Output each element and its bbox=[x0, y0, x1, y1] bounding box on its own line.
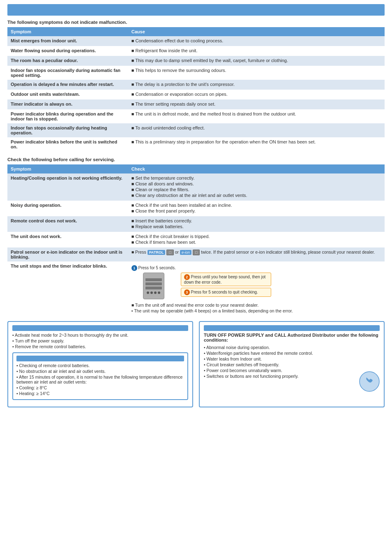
table-row: Condensation or evaporation occurs on pi… bbox=[128, 90, 385, 99]
list-item: Heating: ≥ 14°C bbox=[16, 391, 184, 396]
bottom-right-box-title bbox=[204, 325, 380, 331]
table-row: ■ Press PATROL □ or e-ion □ twice. If th… bbox=[128, 247, 385, 261]
table-row: Indoor fan stops occasionally during aut… bbox=[7, 66, 128, 80]
section2-heading: Check the following before calling for s… bbox=[7, 157, 385, 162]
bottom-left-inner-box: Checking of remote control batteries.No … bbox=[12, 352, 188, 400]
eion-btn: □ bbox=[193, 250, 200, 255]
s2-col1-header: Symptom bbox=[7, 164, 128, 173]
press-label: Press bbox=[135, 250, 146, 254]
table-row: The unit is in defrost mode, and the mel… bbox=[128, 109, 385, 123]
table-row: Indoor fan stops occasionally during hea… bbox=[7, 123, 128, 137]
table-row: Insert the batteries correctly.Replace w… bbox=[128, 216, 385, 232]
eion-badge: e-ion bbox=[180, 250, 191, 255]
top-banner bbox=[7, 4, 385, 16]
table-row: Heating/Cooling operation is not working… bbox=[7, 173, 128, 201]
list-item: Cooling: ≥ 8°C bbox=[16, 385, 184, 390]
list-item: Water leaks from Indoor unit. bbox=[204, 356, 380, 361]
table-row: This helps to remove the surrounding odo… bbox=[128, 66, 385, 80]
bottom-section: Activate heat mode for 2~3 hours to thor… bbox=[7, 321, 385, 407]
table-row: Condensation effect due to cooling proce… bbox=[128, 36, 385, 46]
section1-table: Symptom Cause Mist emerges from indoor u… bbox=[7, 27, 385, 151]
table-row: Set the temperature correctly.Close all … bbox=[128, 173, 385, 201]
list-item: Activate heat mode for 2~3 hours to thor… bbox=[12, 333, 188, 338]
table-row: Noisy during operation. bbox=[7, 201, 128, 216]
error-code-diagram: 1 Press for 5 seconds. bbox=[131, 264, 381, 313]
table-row: This may due to damp smell emitted by th… bbox=[128, 56, 385, 66]
page-wrapper: The following symptoms do not indicate m… bbox=[0, 0, 392, 412]
list-item: Abnormal noise during operation. bbox=[204, 345, 380, 350]
phone-icon bbox=[359, 371, 380, 393]
bottom-right-list: Abnormal noise during operation.Water/fo… bbox=[204, 345, 380, 379]
table-row: Remote control does not work. bbox=[7, 216, 128, 232]
list-item: Remove the remote control batteries. bbox=[12, 344, 188, 349]
s2-col2-header: Check bbox=[128, 164, 385, 173]
list-item: After 15 minutes of operation, it is nor… bbox=[16, 375, 184, 384]
list-item: No obstruction at air inlet and air outl… bbox=[16, 369, 184, 374]
table-row: Mist emerges from indoor unit. bbox=[7, 36, 128, 46]
table-row: The unit stops and the timer indicator b… bbox=[7, 261, 128, 315]
table-row: The timer setting repeats daily once set… bbox=[128, 99, 385, 109]
table-row: The room has a peculiar odour. bbox=[7, 56, 128, 66]
list-item: Power cord becomes unnaturally warm. bbox=[204, 368, 380, 373]
table-row: Timer indicator is always on. bbox=[7, 99, 128, 109]
list-item: Circuit breaker switches off frequently. bbox=[204, 362, 380, 367]
patrol-badge: PATROL bbox=[148, 250, 166, 255]
table-row: Refrigerant flow inside the unit. bbox=[128, 46, 385, 56]
list-item: Checking of remote control batteries. bbox=[16, 363, 184, 368]
table-row: Outdoor unit emits water/steam. bbox=[7, 90, 128, 99]
table-row: Check if the circuit breaker is tripped.… bbox=[128, 232, 385, 247]
bottom-left-panel: Activate heat mode for 2~3 hours to thor… bbox=[7, 321, 193, 407]
table-row: The unit does not work. bbox=[7, 232, 128, 247]
list-item: Turn off the power supply. bbox=[12, 338, 188, 343]
table-row: 1 Press for 5 seconds. bbox=[128, 261, 385, 315]
table-row: This is a preliminary step in preparatio… bbox=[128, 137, 385, 151]
col1-header: Symptom bbox=[7, 27, 128, 36]
col2-header: Cause bbox=[128, 27, 385, 36]
bottom-left-box2-title bbox=[16, 356, 184, 361]
list-item: Water/foreign particles have entered the… bbox=[204, 351, 380, 356]
bottom-left-list2: Checking of remote control batteries.No … bbox=[16, 363, 184, 396]
table-row: Power indicator blinks before the unit i… bbox=[7, 137, 128, 151]
bottom-left-box1-title bbox=[12, 325, 188, 331]
table-row: To avoid unintended cooling effect. bbox=[128, 123, 385, 137]
table-row: Water flowing sound during operations. bbox=[7, 46, 128, 56]
table-row: Check if the unit has been installed at … bbox=[128, 201, 385, 216]
section1-heading: The following symptoms do not indicate m… bbox=[7, 20, 385, 25]
bottom-left-list1: Activate heat mode for 2~3 hours to thor… bbox=[12, 333, 188, 349]
bottom-right-panel: TURN OFF POWER SUPPLY and CALL Authorize… bbox=[199, 321, 385, 407]
table-row: Power indicator blinks during operation … bbox=[7, 109, 128, 123]
patrol-btn: □ bbox=[166, 250, 173, 255]
section2-table: Symptom Check Heating/Cooling operation … bbox=[7, 164, 385, 315]
table-row: Operation is delayed a few minutes after… bbox=[7, 80, 128, 90]
list-item: Switches or buttons are not functioning … bbox=[204, 374, 380, 379]
bottom-right-heading: TURN OFF POWER SUPPLY and CALL Authorize… bbox=[204, 333, 380, 342]
table-row: Patrol sensor or e-ion indicator on the … bbox=[7, 247, 128, 261]
table-row: The delay is a protection to the unit's … bbox=[128, 80, 385, 90]
